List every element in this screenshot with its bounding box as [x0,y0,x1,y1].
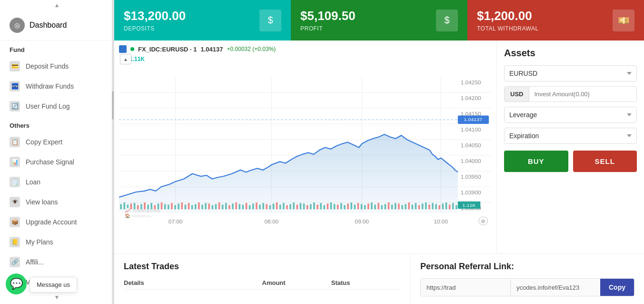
chart-header: FX_IDC:EURUSD · 1 1.04137 +0.00032 (+0.0… [119,45,492,53]
chart-volume-value: 1.11K [129,56,145,62]
expiration-select[interactable]: Expiration [504,128,637,144]
sidebar: ▲ ◎ Dashboard Fund 💳 Deposit Funds 🏧 Wit… [0,0,114,304]
svg-text:⚙: ⚙ [481,219,485,224]
withdrawal-label: TOTAL WITHDRAWAL [477,25,539,32]
svg-rect-97 [347,203,349,209]
svg-rect-73 [266,204,268,209]
deposits-card: $13,200.00 Deposits $ [114,0,291,41]
svg-rect-95 [340,203,342,209]
svg-text:1.04250: 1.04250 [461,80,481,86]
sidebar-item-purchase-signal[interactable]: 📊 Purchase Signal [0,152,114,172]
deposits-info: $13,200.00 Deposits [124,9,186,32]
svg-text:1.04050: 1.04050 [461,143,481,149]
svg-rect-83 [300,203,302,209]
svg-rect-43 [164,204,166,209]
withdraw-funds-label: Withdraw Funds [26,82,74,90]
latest-trades-title: Latest Trades [124,262,400,272]
svg-rect-108 [385,204,386,209]
withdrawal-card: $1,200.00 TOTAL WITHDRAWAL 💴 [467,0,644,41]
svg-rect-86 [310,204,312,209]
sidebar-item-copy-expert[interactable]: 📋 Copy Expert [0,132,114,152]
withdrawal-amount: $1,200.00 [477,9,539,23]
sidebar-item-user-fund-log[interactable]: 🔄 User Fund Log [0,96,114,116]
sidebar-item-deposit-funds[interactable]: 💳 Deposit Funds [0,56,114,76]
svg-rect-89 [320,203,322,209]
sidebar-item-withdraw-funds[interactable]: 🏧 Withdraw Funds [0,76,114,96]
sidebar-item-loan[interactable]: 🗒️ Loan [0,172,114,192]
svg-rect-49 [185,204,187,209]
svg-rect-100 [357,203,359,209]
profit-card: $5,109.50 PROFIT $ [291,0,467,41]
svg-rect-79 [286,205,288,210]
svg-rect-88 [317,204,318,209]
col-amount-header: Amount [262,279,331,286]
svg-rect-126 [446,203,447,209]
sidebar-scroll-up[interactable]: ▲ [0,0,114,10]
sidebar-scrollbar [112,0,114,304]
sidebar-item-my-plans[interactable]: 📒 My Plans [0,232,114,252]
upgrade-icon: 📦 [10,217,20,227]
currency-button[interactable]: USD [505,87,529,101]
svg-rect-50 [188,203,190,209]
sidebar-item-upgrade-account[interactable]: 📦 Upgrade Account [0,212,114,232]
sidebar-item-affiliate[interactable]: 🔗 Affili... [0,252,114,272]
view-loans-label: View loans [26,198,58,206]
latest-trades-panel: Latest Trades Details Amount Status [114,253,410,304]
affiliate-label: Affili... [26,258,44,266]
col-status-header: Status [331,279,400,286]
sell-button[interactable]: SELL [573,151,637,172]
svg-rect-93 [334,204,336,209]
svg-rect-121 [428,204,430,209]
svg-text:1.04137: 1.04137 [464,117,483,122]
svg-rect-113 [401,205,403,210]
chart-expand-button[interactable]: ▲ [120,54,131,64]
svg-rect-63 [232,203,234,209]
referral-url-right: ycodes.info/ref/Eva123 [510,279,600,296]
svg-text:1.11K: 1.11K [463,203,476,208]
svg-rect-72 [262,203,264,209]
svg-text:08:00: 08:00 [264,219,278,224]
loan-label: Loan [26,178,40,186]
svg-rect-125 [442,203,444,209]
referral-url-left: https://trad [421,279,510,296]
others-section-header: Others [0,116,114,132]
svg-rect-106 [377,203,379,209]
svg-text:1.03950: 1.03950 [461,174,481,180]
svg-rect-104 [371,203,373,209]
invest-amount-input[interactable] [529,87,636,101]
svg-rect-102 [364,205,366,210]
svg-rect-80 [289,204,291,209]
svg-text:1.03900: 1.03900 [461,190,481,196]
chart-price: 1.04137 [201,46,223,53]
svg-rect-96 [344,205,346,210]
assets-panel: Assets EURUSD USD Leverage Expiration BU… [496,41,644,253]
buy-button[interactable]: BUY [504,151,568,172]
svg-text:09:00: 09:00 [355,219,369,224]
sidebar-item-view-loans[interactable]: 👁️ View loans [0,192,114,212]
whatsapp-icon: 💬 [10,278,23,290]
svg-rect-128 [452,203,454,209]
svg-rect-66 [242,204,244,209]
svg-rect-60 [222,204,224,209]
svg-rect-48 [181,203,183,209]
chart-symbol: FX_IDC:EURUSD · 1 [138,46,197,53]
svg-rect-129 [456,205,457,210]
svg-rect-42 [161,203,163,209]
copy-expert-icon: 📋 [10,137,20,147]
svg-rect-82 [297,204,298,209]
svg-rect-53 [198,203,200,209]
asset-select[interactable]: EURUSD [504,65,637,81]
copy-button[interactable]: Copy [600,279,634,296]
chart-area: 1.04250 1.04200 1.04150 1.04100 1.04050 … [119,77,492,234]
whatsapp-button[interactable]: 💬 [6,274,27,294]
profit-icon: $ [436,10,458,31]
svg-rect-78 [283,203,285,209]
stats-row: $13,200.00 Deposits $ $5,109.50 PROFIT $… [114,0,644,41]
view-loans-icon: 👁️ [10,197,20,207]
svg-rect-127 [449,204,451,209]
svg-rect-65 [239,204,241,209]
col-details-header: Details [124,279,262,286]
leverage-select[interactable]: Leverage [504,107,637,123]
sidebar-scrollbar-thumb [112,91,114,120]
profit-info: $5,109.50 PROFIT [300,9,356,32]
